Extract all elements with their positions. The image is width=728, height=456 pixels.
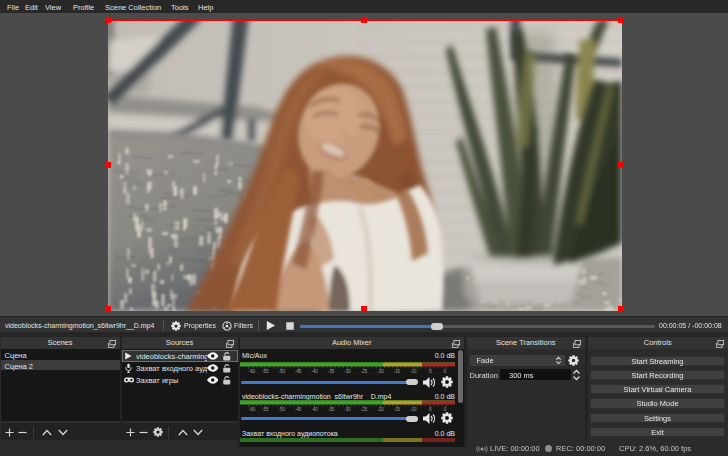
svg-text:-45: -45	[295, 407, 302, 411]
svg-text:-50: -50	[278, 369, 285, 373]
svg-text:-30: -30	[344, 407, 351, 411]
svg-text:-15: -15	[394, 407, 401, 411]
svg-text:-5: -5	[428, 407, 432, 411]
svg-text:-55: -55	[262, 407, 269, 411]
svg-text:-35: -35	[328, 369, 335, 373]
svg-text:-20: -20	[377, 369, 384, 373]
svg-text:0: 0	[444, 369, 447, 373]
svg-text:-5: -5	[428, 369, 432, 373]
svg-text:-40: -40	[311, 369, 318, 373]
svg-text:-40: -40	[311, 407, 318, 411]
svg-text:-45: -45	[295, 369, 302, 373]
svg-text:-10: -10	[410, 369, 417, 373]
svg-text:-15: -15	[394, 369, 401, 373]
svg-text:-60: -60	[249, 369, 256, 373]
svg-text:-50: -50	[278, 407, 285, 411]
svg-text:-25: -25	[361, 407, 368, 411]
svg-text:-25: -25	[361, 369, 368, 373]
svg-text:-10: -10	[410, 407, 417, 411]
svg-text:-30: -30	[344, 369, 351, 373]
svg-text:-35: -35	[328, 407, 335, 411]
svg-text:-60: -60	[249, 407, 256, 411]
svg-text:0: 0	[444, 407, 447, 411]
svg-text:-20: -20	[377, 407, 384, 411]
svg-text:-55: -55	[262, 369, 269, 373]
